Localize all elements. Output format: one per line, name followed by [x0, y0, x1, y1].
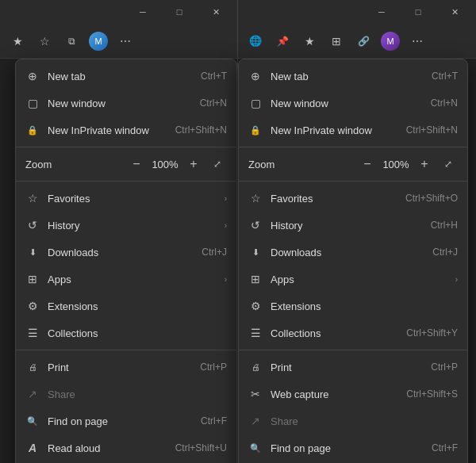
collections-label-right: Collections [271, 327, 398, 339]
menu-item-find-right[interactable]: 🔍 Find on page Ctrl+F [239, 434, 467, 461]
menu-item-share-left: ↗ Share [16, 381, 236, 408]
menu-item-collections-right[interactable]: ☰ Collections Ctrl+Shift+Y [239, 320, 467, 346]
separator-1-left [16, 147, 236, 147]
menu-item-inprivate-left[interactable]: 🔒 New InPrivate window Ctrl+Shift+N [16, 117, 236, 143]
zoom-expand-btn-right[interactable]: ⤢ [439, 155, 458, 174]
menu-item-new-tab-right[interactable]: ⊕ New tab Ctrl+T [239, 63, 467, 90]
new-window-icon: ▢ [25, 96, 40, 110]
new-tab-icon: ⊕ [25, 69, 40, 83]
menu-item-history-left[interactable]: ↺ History › [16, 212, 236, 239]
zoom-row-left: Zoom − 100% + ⤢ [16, 151, 236, 178]
print-label: Print [48, 362, 192, 373]
menu-item-webcapture-right[interactable]: ✂ Web capture Ctrl+Shift+S [239, 381, 467, 408]
history-icon: ↺ [25, 218, 40, 232]
menu-item-favorites-left[interactable]: ☆ Favorites › [16, 185, 236, 212]
settings-more-toolbar-icon[interactable]: ⋯ [113, 29, 138, 54]
maximize-btn-left[interactable]: □ [161, 0, 198, 24]
inprivate-label: New InPrivate window [48, 124, 167, 136]
new-window-label-right: New window [271, 98, 423, 109]
new-tab-label: New tab [48, 71, 193, 82]
find-label-right: Find on page [271, 442, 424, 454]
history-icon-right: ↺ [248, 218, 263, 232]
zoom-increase-btn-left[interactable]: + [184, 155, 203, 174]
share-toolbar-icon-right[interactable]: 🔗 [351, 29, 376, 54]
menu-item-new-tab-left[interactable]: ⊕ New tab Ctrl+T [16, 63, 236, 90]
print-icon-right: 🖨 [248, 360, 263, 374]
menu-item-extensions-left[interactable]: ⚙ Extensions [16, 293, 236, 320]
menu-item-history-right[interactable]: ↺ History Ctrl+H [239, 212, 467, 239]
avatar-toolbar-icon-right[interactable]: M [378, 29, 403, 54]
extensions-icon: ⚙ [25, 299, 40, 313]
menu-item-downloads-left[interactable]: ⬇ Downloads Ctrl+J [16, 239, 236, 266]
favorites-toolbar-icon[interactable]: ★ [5, 29, 30, 54]
favorites-label: Favorites [48, 193, 213, 205]
close-btn-left[interactable]: ✕ [198, 0, 234, 24]
apps-toolbar-icon-right[interactable]: ⊞ [324, 29, 349, 54]
zoom-label-left: Zoom [25, 159, 121, 170]
collections-icon: ☰ [25, 326, 40, 340]
zoom-value-left: 100% [151, 159, 179, 170]
find-label: Find on page [48, 415, 193, 427]
share-label: Share [48, 388, 227, 400]
menu-item-new-window-right[interactable]: ▢ New window Ctrl+N [239, 90, 467, 117]
collections-icon-right: ☰ [248, 326, 263, 340]
menu-item-apps-left[interactable]: ⊞ Apps › [16, 266, 236, 293]
menu-item-favorites-right[interactable]: ☆ Favorites Ctrl+Shift+O [239, 185, 467, 212]
find-shortcut: Ctrl+F [201, 415, 227, 427]
menu-item-print-left[interactable]: 🖨 Print Ctrl+P [16, 354, 236, 381]
menu-item-extensions-right[interactable]: ⚙ Extensions [239, 293, 467, 320]
extensions-label-right: Extensions [271, 300, 458, 312]
webcapture-shortcut-right: Ctrl+Shift+S [406, 388, 458, 400]
inprivate-icon: 🔒 [25, 123, 40, 137]
maximize-btn-right[interactable]: □ [400, 0, 436, 24]
settings-more-toolbar-icon-right[interactable]: ⋯ [405, 29, 430, 54]
new-tab-shortcut-right: Ctrl+T [432, 71, 458, 82]
zoom-increase-btn-right[interactable]: + [415, 155, 434, 174]
extensions-label: Extensions [48, 300, 227, 312]
zoom-expand-btn-left[interactable]: ⤢ [208, 155, 227, 174]
inprivate-shortcut-right: Ctrl+Shift+N [406, 124, 458, 136]
menu-item-new-window-left[interactable]: ▢ New window Ctrl+N [16, 90, 236, 117]
favorites-shortcut-right: Ctrl+Shift+O [405, 193, 458, 204]
avatar-toolbar-icon[interactable]: M [86, 29, 111, 54]
zoom-decrease-btn-left[interactable]: − [127, 155, 146, 174]
menu-item-print-right[interactable]: 🖨 Print Ctrl+P [239, 354, 467, 381]
downloads-label-right: Downloads [271, 247, 424, 258]
favorites-toolbar-icon-right[interactable]: ★ [297, 29, 322, 54]
split-toolbar-icon[interactable]: ⧉ [59, 29, 84, 54]
share-label-right: Share [271, 415, 458, 427]
apps-label-right: Apps [271, 274, 444, 285]
history-arrow: › [225, 221, 227, 230]
minimize-btn-right[interactable]: ─ [363, 0, 400, 24]
context-menu-right: ⊕ New tab Ctrl+T ▢ New window Ctrl+N 🔒 N… [238, 59, 468, 463]
apps-arrow: › [225, 275, 227, 284]
minimize-btn-left[interactable]: ─ [125, 0, 161, 24]
menu-item-collections-left[interactable]: ☰ Collections [16, 320, 236, 346]
history-label-right: History [271, 220, 423, 232]
apps-icon-right: ⊞ [248, 272, 263, 286]
zoom-row-right: Zoom − 100% + ⤢ [239, 151, 467, 178]
menu-item-apps-right[interactable]: ⊞ Apps › [239, 266, 467, 293]
apps-label: Apps [48, 274, 213, 285]
find-icon: 🔍 [25, 414, 40, 428]
zoom-decrease-btn-right[interactable]: − [358, 155, 377, 174]
pin-toolbar-icon-right[interactable]: 📌 [270, 29, 295, 54]
titlebar-left: ─ □ ✕ [0, 0, 237, 24]
collections-shortcut-right: Ctrl+Shift+Y [406, 327, 458, 339]
menu-item-find-left[interactable]: 🔍 Find on page Ctrl+F [16, 408, 236, 434]
downloads-shortcut: Ctrl+J [202, 247, 227, 258]
find-icon-right: 🔍 [248, 441, 263, 455]
new-window-shortcut-right: Ctrl+N [431, 98, 458, 109]
downloads-label: Downloads [48, 247, 194, 258]
menu-item-share-right: ↗ Share [239, 408, 467, 434]
menu-item-readaloud-left[interactable]: A Read aloud Ctrl+Shift+U [16, 434, 236, 461]
menu-item-downloads-right[interactable]: ⬇ Downloads Ctrl+J [239, 239, 467, 266]
toolbar-left: ★ ☆ ⧉ M ⋯ [0, 24, 237, 59]
context-menu-left: ⊕ New tab Ctrl+T ▢ New window Ctrl+N 🔒 N… [15, 59, 237, 463]
close-btn-right[interactable]: ✕ [436, 0, 473, 24]
menu-item-inprivate-right[interactable]: 🔒 New InPrivate window Ctrl+Shift+N [239, 117, 467, 143]
print-label-right: Print [271, 362, 423, 373]
collections-toolbar-icon[interactable]: ☆ [32, 29, 57, 54]
separator-2-left [16, 181, 236, 182]
separator-3-left [16, 350, 236, 350]
